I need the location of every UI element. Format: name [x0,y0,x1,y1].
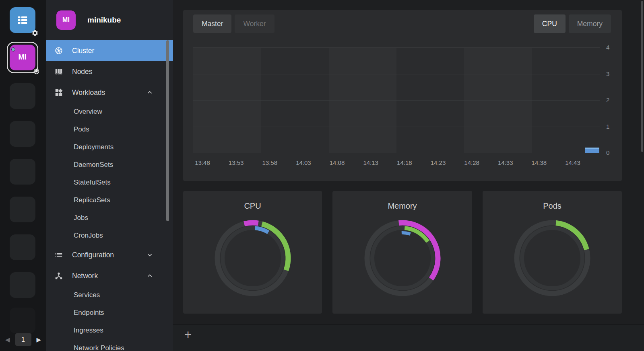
bottom-dock: + [173,324,644,351]
sidebar-item-configuration[interactable]: Configuration [46,244,173,265]
sidebar-subitem-jobs[interactable]: Jobs [46,209,173,227]
memory-toggle-button[interactable]: Memory [569,14,611,33]
placeholder-tile [10,234,35,260]
sidebar-subitem-cronjobs[interactable]: CronJobs [46,227,173,244]
sidebar-subitem-daemonsets[interactable]: DaemonSets [46,156,173,174]
pods-donut-panel: Pods [483,191,622,314]
sidebar-subitem-deployments[interactable]: Deployments [46,138,173,156]
cluster-name: minikube [87,16,121,25]
cluster-avatar: MI [56,10,76,30]
nodes-rack-icon [54,67,64,76]
pods-donut-title: Pods [543,201,561,211]
sidebar: MI minikube Cluster [46,0,173,351]
memory-donut-panel: Memory [332,191,472,314]
sidebar-subitem-network-policies[interactable]: Network Policies [46,339,173,351]
cpu-donut-title: CPU [244,201,261,211]
network-hub-icon [54,271,64,280]
lens-app-window: MI ◀ 1 [0,0,644,351]
sidebar-subitem-statefulsets[interactable]: StatefulSets [46,174,173,191]
worker-toggle-button[interactable]: Worker [235,14,274,33]
sidebar-subitem-pods[interactable]: Pods [46,121,173,138]
kubernetes-badge-icon [33,68,40,75]
cluster-tile-minikube[interactable]: MI [7,42,38,73]
memory-donut-chart [358,214,447,302]
master-toggle-button[interactable]: Master [193,14,231,33]
metric-toggle: CPU Memory [534,14,611,33]
cluster-rail: MI ◀ 1 [0,0,46,351]
sidebar-item-label: Network [72,272,98,280]
page-number[interactable]: 1 [15,333,31,346]
add-terminal-button[interactable]: + [184,328,192,341]
rail-pagination: ◀ 1 ▶ [0,333,46,346]
catalog-list-icon [17,14,29,26]
sidebar-item-label: Workloads [72,88,105,97]
chevron-down-icon [146,251,154,259]
sidebar-item-label: Cluster [72,47,94,55]
prev-page-icon[interactable]: ◀ [5,336,10,343]
placeholder-tile [10,159,35,185]
sidebar-item-nodes[interactable]: Nodes [46,61,173,82]
placeholder-tile [10,121,35,147]
placeholder-tile [10,272,35,298]
memory-donut-title: Memory [388,201,417,211]
placeholder-tile [10,83,35,109]
chevron-up-icon [146,272,154,280]
placeholder-tile [10,308,35,333]
workloads-cubes-icon [54,88,64,97]
sidebar-subitem-replicasets[interactable]: ReplicaSets [46,191,173,209]
cpu-usage-bar-chart: 0123413:4813:5313:5814:0314:0814:1314:18… [183,10,622,181]
cpu-donut-chart [208,214,297,302]
status-dot [11,47,15,51]
cluster-header: MI minikube [46,0,173,40]
settings-gear-icon[interactable] [31,29,39,37]
cluster-metrics-panel: Master Worker CPU Memory 0123413:4813:53… [183,10,622,181]
cpu-donut-panel: CPU [183,191,322,314]
sidebar-subitem-endpoints[interactable]: Endpoints [46,304,173,322]
kubernetes-wheel-icon [54,46,64,55]
chevron-up-icon [146,88,154,96]
sidebar-item-network[interactable]: Network [46,265,173,286]
main-scrollbar[interactable] [641,1,643,152]
sidebar-subitem-ingresses[interactable]: Ingresses [46,322,173,339]
node-type-toggle: Master Worker [193,14,275,33]
sidebar-subitem-services[interactable]: Services [46,286,173,304]
sidebar-subitem-overview[interactable]: Overview [46,103,173,121]
configuration-list-icon [54,250,64,259]
cluster-overview: Master Worker CPU Memory 0123413:4813:53… [173,0,644,351]
cpu-toggle-button[interactable]: CPU [534,14,566,33]
placeholder-tile [10,197,35,222]
sidebar-item-workloads[interactable]: Workloads [46,82,173,103]
sidebar-item-label: Configuration [72,251,114,259]
sidebar-scrollbar[interactable] [166,40,169,221]
pods-donut-chart [508,214,597,302]
sidebar-item-cluster[interactable]: Cluster [46,40,173,61]
next-page-icon[interactable]: ▶ [37,336,41,343]
sidebar-item-label: Nodes [72,68,93,76]
